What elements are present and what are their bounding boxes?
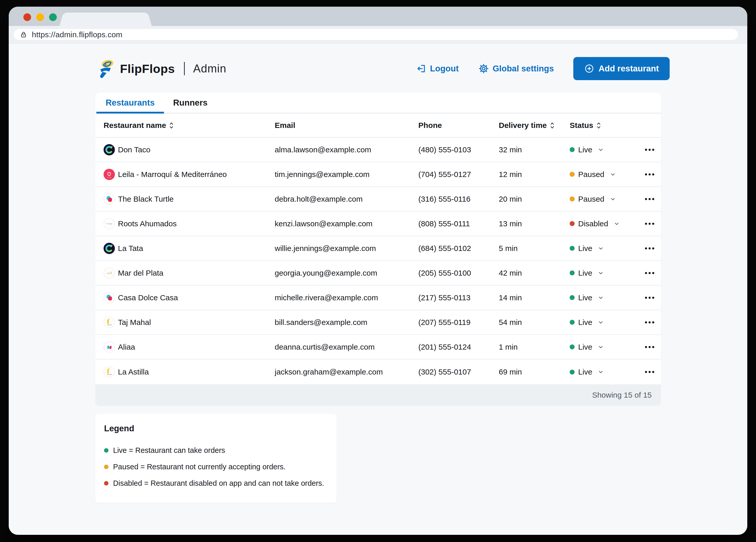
column-header-restaurant-name[interactable]: Restaurant name [104, 121, 275, 130]
table-row: sush Mar del Plata georgia.young@example… [95, 261, 661, 285]
status-dropdown[interactable]: Live [570, 318, 623, 327]
minimize-window-button[interactable] [36, 13, 44, 21]
restaurant-email: bill.sanders@example.com [275, 318, 418, 327]
restaurant-phone: (205) 555-0100 [418, 269, 499, 277]
status-dot [570, 320, 575, 325]
page-content: FlipFlops Admin Logout [9, 57, 747, 535]
brand-name: FlipFlops [120, 62, 175, 76]
close-window-button[interactable] [23, 13, 31, 21]
brand-divider [184, 62, 185, 75]
legend-item: Live = Restaurant can take orders [104, 442, 326, 458]
legend-text: Paused = Restaurant not currently accept… [113, 463, 285, 471]
table-row: La Tata willie.jennings@example.com (684… [95, 236, 661, 261]
row-actions-button[interactable] [623, 149, 654, 151]
status-label: Live [578, 244, 592, 253]
restaurant-delivery-time: 14 min [499, 293, 570, 302]
header-actions: Logout Global settings [416, 57, 670, 80]
browser-url-row: https://admin.flipflops.com [9, 26, 747, 44]
status-dropdown[interactable]: Live [570, 244, 623, 253]
table-row: LEILA Leila - Marroquí & Mediterráneo ti… [95, 162, 661, 187]
status-dropdown[interactable]: Live [570, 293, 623, 302]
sort-icon[interactable] [550, 122, 555, 129]
legend-item: Disabled = Restaurant disabled on app an… [104, 475, 326, 491]
restaurant-email: alma.lawson@example.com [275, 145, 418, 154]
address-bar[interactable]: https://admin.flipflops.com [14, 29, 738, 40]
legend-items: Live = Restaurant can take orders Paused… [104, 442, 326, 491]
row-count: Showing 15 of 15 [592, 391, 652, 399]
row-actions-button[interactable] [623, 371, 654, 373]
restaurant-name: Aliaa [118, 343, 135, 351]
restaurant-name: La Astilla [118, 367, 149, 376]
row-actions-button[interactable] [623, 272, 654, 274]
status-label: Paused [578, 170, 604, 179]
chevron-down-icon [610, 171, 616, 178]
status-label: Live [578, 367, 592, 376]
window-controls [23, 13, 57, 21]
logout-button[interactable]: Logout [416, 63, 459, 74]
status-label: Live [578, 269, 592, 277]
row-actions-button[interactable] [623, 223, 654, 225]
status-dot [570, 344, 575, 349]
legend-status-dot [104, 448, 108, 453]
legend-title: Legend [104, 424, 326, 433]
logout-label: Logout [430, 64, 459, 74]
global-settings-button[interactable]: Global settings [478, 63, 554, 74]
column-header-delivery-time[interactable]: Delivery time [499, 121, 570, 130]
restaurant-name-cell: Casa Dolce Casa [104, 292, 275, 303]
column-header-status[interactable]: Status [570, 121, 623, 130]
row-actions-button[interactable] [623, 248, 654, 250]
plus-circle-icon [584, 63, 594, 74]
row-actions-button[interactable] [623, 198, 654, 200]
restaurant-phone: (480) 555-0103 [418, 145, 499, 154]
status-dropdown[interactable]: Live [570, 145, 623, 154]
sort-icon[interactable] [596, 122, 601, 129]
table-header: Restaurant name Email Phone Delivery tim… [95, 114, 661, 138]
restaurant-email: georgia.young@example.com [275, 269, 418, 277]
status-dot [570, 197, 575, 202]
chevron-down-icon [610, 196, 616, 203]
row-actions-button[interactable] [623, 173, 654, 176]
row-actions-button[interactable] [623, 297, 654, 299]
url-text: https://admin.flipflops.com [32, 30, 122, 39]
status-dropdown[interactable]: Live [570, 343, 623, 351]
restaurant-name-cell: sush Mar del Plata [104, 268, 275, 279]
restaurant-name-cell: The Black Turtle [104, 194, 275, 205]
status-dropdown[interactable]: Paused [570, 195, 623, 204]
chevron-down-icon [597, 147, 604, 153]
row-actions-button[interactable] [623, 321, 654, 323]
maximize-window-button[interactable] [49, 13, 57, 21]
table-row: The Black Turtle debra.holt@example.com … [95, 187, 661, 212]
status-dot [570, 246, 575, 251]
status-dropdown[interactable]: Disabled [570, 220, 623, 228]
status-dropdown[interactable]: Paused [570, 170, 623, 179]
table-row: TYME Roots Ahumados kenzi.lawson@example… [95, 212, 661, 236]
restaurant-logo: PAINT [104, 366, 115, 378]
status-dropdown[interactable]: Live [570, 367, 623, 376]
row-actions-button[interactable] [623, 346, 654, 348]
status-dropdown[interactable]: Live [570, 269, 623, 277]
restaurant-delivery-time: 5 min [499, 244, 570, 253]
browser-tab[interactable] [61, 13, 150, 26]
restaurant-email: jackson.graham@example.com [275, 367, 418, 376]
restaurant-email: kenzi.lawson@example.com [275, 220, 418, 228]
tab-runners[interactable]: Runners [164, 93, 217, 113]
browser-titlebar [9, 7, 747, 26]
legend-status-dot [104, 465, 108, 469]
add-restaurant-button[interactable]: Add restaurant [573, 57, 670, 80]
restaurant-name-cell: TYME Roots Ahumados [104, 218, 275, 230]
status-dot [570, 295, 575, 300]
tab-restaurants[interactable]: Restaurants [96, 93, 164, 113]
restaurant-delivery-time: 54 min [499, 318, 570, 327]
status-dot [570, 147, 575, 152]
gear-icon [478, 63, 489, 74]
restaurant-name: La Tata [118, 244, 143, 253]
restaurant-phone: (207) 555-0119 [418, 318, 499, 327]
restaurant-logo: PAINT [104, 317, 115, 328]
restaurant-delivery-time: 32 min [499, 145, 570, 154]
restaurant-logo: TYME [104, 218, 115, 230]
table-row: PAINT Taj Mahal bill.sanders@example.com… [95, 310, 661, 335]
status-label: Paused [578, 195, 604, 204]
restaurant-name: Leila - Marroquí & Mediterráneo [118, 170, 227, 179]
sort-icon[interactable] [169, 122, 174, 129]
chevron-down-icon [597, 270, 604, 276]
